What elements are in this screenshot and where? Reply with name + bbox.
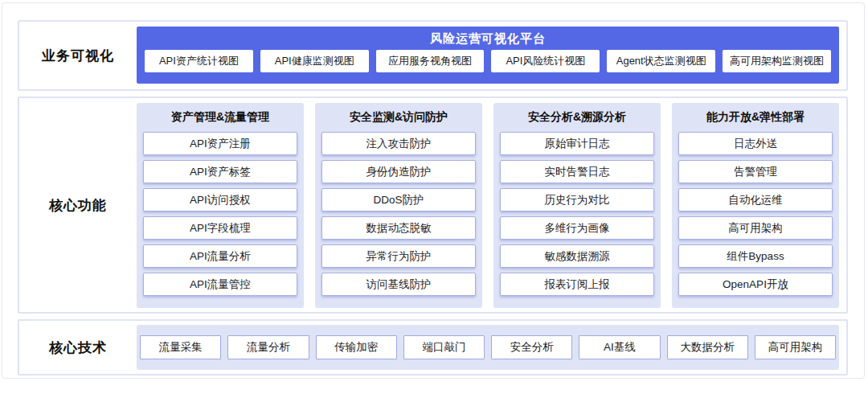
- function-columns: 资产管理&流量管理 API资产注册API资产标签API访问授权API字段梳理AP…: [137, 103, 839, 308]
- function-item: 原始审计日志: [500, 132, 654, 155]
- function-item: 多维行为画像: [500, 216, 654, 240]
- function-item: API流量分析: [143, 244, 297, 268]
- view-button: API风险统计视图: [491, 50, 600, 72]
- platform-banner: 风险运营可视化平台 API资产统计视图API健康监测视图应用服务视角视图API风…: [137, 27, 839, 84]
- function-item: API访问授权: [143, 188, 297, 211]
- platform-view-list: API资产统计视图API健康监测视图应用服务视角视图API风险统计视图Agent…: [145, 50, 831, 72]
- view-button: Agent状态监测视图: [607, 50, 715, 72]
- core-technology-label: 核心技术: [19, 321, 137, 374]
- function-column-title: 安全分析&溯源分析: [500, 110, 654, 125]
- section-core-functions: 核心功能 资产管理&流量管理 API资产注册API资产标签API访问授权API字…: [18, 96, 848, 314]
- function-item-list: API资产注册API资产标签API访问授权API字段梳理API流量分析API流量…: [143, 132, 297, 296]
- function-item: API资产注册: [143, 132, 297, 155]
- function-item-list: 日志外送告警管理自动化运维高可用架构组件BypassOpenAPI开放: [678, 132, 833, 296]
- function-column: 能力开放&弹性部署 日志外送告警管理自动化运维高可用架构组件BypassOpen…: [672, 103, 839, 308]
- view-button: 应用服务视角视图: [376, 50, 485, 72]
- function-item: 敏感数据溯源: [500, 244, 654, 268]
- function-item: 高可用架构: [678, 216, 833, 240]
- function-item: 身份伪造防护: [321, 160, 476, 183]
- technology-item: 高可用架构: [755, 335, 836, 359]
- function-item: OpenAPI开放: [678, 273, 833, 296]
- function-column-title: 安全监测&访问防护: [321, 110, 476, 125]
- function-item: 组件Bypass: [678, 244, 833, 268]
- function-item-list: 注入攻击防护身份伪造防护DDoS防护数据动态脱敏异常行为防护访问基线防护: [321, 132, 476, 296]
- technology-item: 端口敲门: [403, 335, 485, 359]
- function-item: 注入攻击防护: [321, 132, 476, 155]
- function-item: API资产标签: [143, 160, 297, 183]
- view-button: 高可用架构监测视图: [723, 50, 831, 72]
- technology-item: 流量采集: [140, 335, 221, 359]
- technology-item: 传输加密: [316, 335, 397, 359]
- function-item: 异常行为防护: [321, 244, 476, 268]
- function-item: 自动化运维: [678, 188, 833, 211]
- function-item: DDoS防护: [321, 188, 476, 211]
- core-functions-label: 核心功能: [19, 98, 137, 312]
- function-column: 资产管理&流量管理 API资产注册API资产标签API访问授权API字段梳理AP…: [137, 103, 304, 308]
- technology-strip: 流量采集流量分析传输加密端口敲门安全分析AI基线大数据分析高可用架构: [137, 325, 839, 370]
- function-column-title: 能力开放&弹性部署: [678, 110, 833, 125]
- function-item: API字段梳理: [143, 216, 297, 240]
- function-item: API流量管控: [143, 273, 297, 296]
- function-item: 历史行为对比: [500, 188, 654, 211]
- function-item-list: 原始审计日志实时告警日志历史行为对比多维行为画像敏感数据溯源报表订阅上报: [500, 132, 654, 296]
- function-item: 实时告警日志: [500, 160, 654, 183]
- business-visualization-label: 业务可视化: [19, 22, 137, 89]
- technology-item: 流量分析: [227, 335, 309, 359]
- function-item: 数据动态脱敏: [321, 216, 476, 240]
- function-column: 安全监测&访问防护 注入攻击防护身份伪造防护DDoS防护数据动态脱敏异常行为防护…: [315, 103, 482, 308]
- function-item: 访问基线防护: [321, 273, 476, 296]
- function-item: 日志外送: [678, 132, 833, 155]
- view-button: API资产统计视图: [145, 50, 253, 72]
- section-business-visualization: 业务可视化 风险运营可视化平台 API资产统计视图API健康监测视图应用服务视角…: [18, 20, 848, 91]
- section-core-technology: 核心技术 流量采集流量分析传输加密端口敲门安全分析AI基线大数据分析高可用架构: [18, 319, 848, 376]
- function-column: 安全分析&溯源分析 原始审计日志实时告警日志历史行为对比多维行为画像敏感数据溯源…: [493, 103, 661, 308]
- function-column-title: 资产管理&流量管理: [143, 110, 297, 125]
- function-item: 告警管理: [678, 160, 833, 183]
- platform-title: 风险运营可视化平台: [145, 31, 831, 46]
- technology-item: 安全分析: [491, 335, 572, 359]
- function-item: 报表订阅上报: [500, 273, 654, 296]
- view-button: API健康监测视图: [260, 50, 369, 72]
- technology-item: AI基线: [579, 335, 660, 359]
- technology-item: 大数据分析: [667, 335, 748, 359]
